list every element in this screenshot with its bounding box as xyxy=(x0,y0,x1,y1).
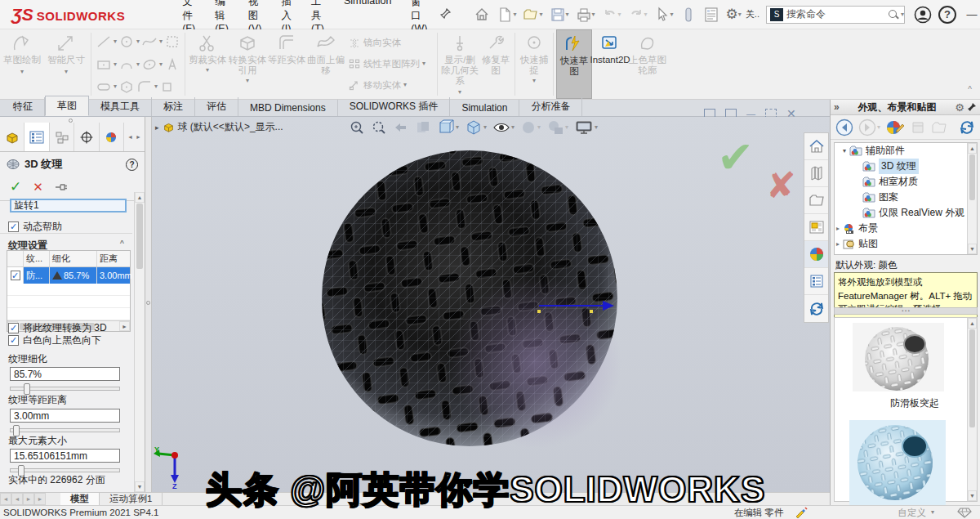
tab-nav-prev[interactable]: ◄ xyxy=(11,493,23,505)
pane-collapse-chevrons[interactable]: » xyxy=(834,101,840,113)
pm-scroll-thumb[interactable] xyxy=(136,204,143,269)
tab-mbd-dimensions[interactable]: MBD Dimensions xyxy=(238,100,338,116)
custom-properties-button[interactable] xyxy=(804,268,828,295)
panel-viewport-splitter[interactable] xyxy=(145,117,152,492)
search-input[interactable]: S 搜索命令 ▾ xyxy=(766,6,905,24)
thumbnail-anti-slip[interactable]: 防滑板突起 xyxy=(835,318,977,410)
appearances-scenes-button[interactable] xyxy=(804,241,828,268)
hide-show-items-button[interactable]: ▾ xyxy=(492,119,515,136)
fillet-icon[interactable] xyxy=(136,79,153,94)
display-manager-tab[interactable] xyxy=(100,123,124,151)
rapid-sketch-button[interactable]: 快速草图 xyxy=(556,29,592,99)
previous-view-button[interactable] xyxy=(392,119,410,136)
circle-icon[interactable] xyxy=(118,34,135,49)
ellipse-caret[interactable]: ▾ xyxy=(159,61,163,68)
redo-button[interactable]: ▾ xyxy=(626,5,650,25)
magnet-mate-icon[interactable] xyxy=(678,5,699,25)
thumbnails-scrollbar[interactable]: ▲ ▼ xyxy=(967,318,977,501)
tree-expand-arrow[interactable]: ▸ xyxy=(155,123,159,132)
white-up-black-down-checkbox[interactable]: ✓ 白色向上黑色向下 xyxy=(8,333,101,347)
slot-icon[interactable] xyxy=(96,79,112,94)
tree-scroll-down[interactable]: ▼ xyxy=(968,244,977,254)
tree-item-scenes[interactable]: ▸ 布景 xyxy=(835,221,977,236)
text-icon[interactable] xyxy=(164,57,180,72)
offset-distance-slider[interactable] xyxy=(10,428,120,432)
table-scroll-right[interactable]: ► xyxy=(119,321,130,331)
pm-pin-icon[interactable] xyxy=(55,182,68,192)
tags-icon[interactable] xyxy=(957,507,972,518)
edit-appearance-button[interactable]: ▾ xyxy=(519,119,541,136)
arc-icon[interactable] xyxy=(118,57,135,72)
tab-features[interactable]: 特征 xyxy=(2,97,45,116)
file-properties-button[interactable] xyxy=(701,5,722,25)
arc-caret[interactable]: ▾ xyxy=(136,61,140,68)
tree-item-decals[interactable]: ▸ 贴图 xyxy=(835,236,977,252)
configuration-manager-tab[interactable] xyxy=(50,123,74,151)
undo-button[interactable]: ▾ xyxy=(599,5,624,25)
surface-offset-button[interactable]: 曲面上偏移 xyxy=(305,29,346,99)
view-palette-button[interactable] xyxy=(804,214,828,241)
col-texture[interactable]: 纹... xyxy=(24,251,50,266)
zoom-fit-button[interactable] xyxy=(348,119,366,136)
view-orientation-button[interactable]: ▾ xyxy=(436,119,460,136)
line-icon[interactable] xyxy=(96,34,112,49)
back-button[interactable] xyxy=(835,119,853,136)
panel-splitter-handle[interactable] xyxy=(69,119,73,123)
breadcrumb[interactable]: ▸ 球 (默认<<默认>_显示... xyxy=(155,120,283,134)
tab-annotation[interactable]: 标注 xyxy=(152,97,195,116)
tree-scroll-up[interactable]: ▲ xyxy=(968,143,977,154)
scenes-expand-arrow[interactable]: ▸ xyxy=(836,225,840,232)
model-tab[interactable]: 模型 xyxy=(60,493,100,505)
confirm-ok-mark[interactable]: ✔ xyxy=(717,132,754,183)
open-document-button[interactable]: ▾ xyxy=(520,5,545,25)
pm-scroll-up[interactable]: ▲ xyxy=(135,192,145,203)
motion-study-tab[interactable]: 运动算例1 xyxy=(100,493,163,505)
display-delete-relations-button[interactable]: 显示/删除几何关系 ▾ xyxy=(440,29,479,99)
tab-nav-next[interactable]: ► xyxy=(23,493,34,505)
tab-nav-first[interactable]: ◄ xyxy=(0,493,11,505)
account-button[interactable] xyxy=(911,4,934,25)
fillet-caret[interactable]: ▾ xyxy=(154,83,158,90)
customize-button[interactable]: 自定义 xyxy=(898,507,926,519)
view-settings-button[interactable]: ▾ xyxy=(573,119,599,136)
print-button[interactable]: ▾ xyxy=(573,5,598,25)
decals-expand-arrow[interactable]: ▸ xyxy=(836,240,840,248)
manager-tabs-right-arrow[interactable]: ► xyxy=(136,134,141,140)
tab-nav-last[interactable]: ► xyxy=(34,493,46,505)
thumbnail-anti-slip-2[interactable]: 防滑板突起 2 xyxy=(835,410,977,519)
sketch-button[interactable]: 草图绘制 ▾ xyxy=(0,29,44,99)
select-button[interactable]: ▾ xyxy=(652,5,676,25)
trim-entities-button[interactable]: 剪裁实体 ▾ xyxy=(188,29,227,99)
design-library-button[interactable] xyxy=(804,160,828,187)
col-refinement[interactable]: 细化 xyxy=(50,251,97,266)
file-explorer-button[interactable] xyxy=(804,187,828,214)
tab-sketch[interactable]: 草图 xyxy=(45,96,89,116)
help-button[interactable]: ? xyxy=(936,4,959,25)
manager-tabs-left-arrow[interactable]: ◄ xyxy=(127,134,133,140)
col-distance[interactable]: 距离 xyxy=(97,251,130,266)
new-document-button[interactable]: ▾ xyxy=(494,5,519,25)
quick-snaps-button[interactable]: 快速捕捉 ▾ xyxy=(518,29,550,99)
section-view-button[interactable] xyxy=(414,119,432,136)
max-element-input[interactable]: 15.65106151mm xyxy=(10,449,120,463)
texture-name-field[interactable]: 旋转1 xyxy=(10,199,127,213)
save-appearance-icon[interactable] xyxy=(910,119,926,136)
convert-entities-button[interactable]: 转换实体引用 ▾ xyxy=(227,29,268,99)
display-style-button[interactable]: ▾ xyxy=(464,119,488,136)
pm-cancel-button[interactable]: ✕ xyxy=(33,180,43,195)
repair-sketch-button[interactable]: 修复草图 xyxy=(479,29,512,99)
minimize-button[interactable]: — xyxy=(960,4,980,25)
circle-caret[interactable]: ▾ xyxy=(136,38,140,45)
shaded-sketch-contours-button[interactable]: 上色草图轮廓 xyxy=(628,29,667,99)
dynamic-help-checkbox[interactable]: ✓ 动态帮助 xyxy=(8,220,62,234)
tree-scrollbar[interactable]: ▲ ▼ xyxy=(967,143,977,254)
tree-item-auxiliary[interactable]: ▾ 辅助部件 xyxy=(835,143,977,159)
spline-icon[interactable] xyxy=(141,34,158,49)
pane-splitter[interactable]: • • • xyxy=(834,307,978,315)
refinement-slider[interactable] xyxy=(10,387,120,391)
max-element-slider[interactable] xyxy=(10,468,120,472)
move-entities-button[interactable]: 移动实体 ▾ xyxy=(348,78,433,92)
search-options-caret[interactable]: ▾ xyxy=(901,11,904,18)
model-sphere[interactable] xyxy=(322,150,621,448)
tree-item-pattern[interactable]: 图案 xyxy=(835,190,977,205)
